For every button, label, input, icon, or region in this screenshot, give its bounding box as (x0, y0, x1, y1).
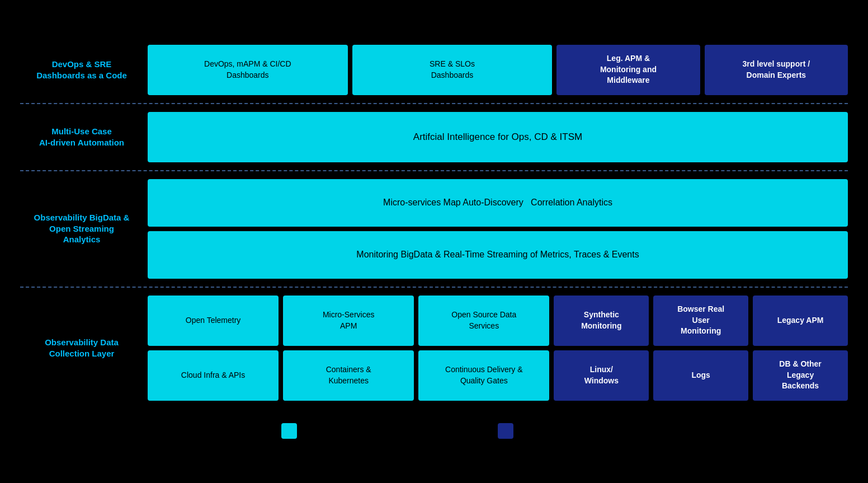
legend-dark-box (498, 423, 513, 439)
sre-slos-cell: SRE & SLOsDashboards (352, 45, 553, 95)
observability-data-row: Observability DataCollection Layer Open … (20, 290, 848, 406)
multi-use-row-content: Artifcial Intelligence for Ops, CD & ITS… (143, 106, 848, 168)
legend-dark-item: Legacy IT Monitoring (498, 423, 587, 439)
browser-rum-cell: Bowser RealUserMonitoring (653, 296, 748, 346)
legend-dark-label: Legacy IT Monitoring (519, 426, 587, 435)
devops-row-content: DevOps, mAPM & CI/CDDashboards SRE & SLO… (143, 39, 848, 101)
third-level-cell: 3rd level support /Domain Experts (705, 45, 848, 95)
cloud-infra-cell: Cloud Infra & APIs (148, 350, 279, 401)
legend-cyan-item: Digital Highway Self-Service Monitoring … (281, 423, 464, 439)
divider-2 (20, 170, 848, 171)
microservices-map-cell: Micro-services Map Auto-Discovery Correl… (148, 179, 848, 227)
data-collection-subrow2: Cloud Infra & APIs Containers &Kubernete… (148, 350, 848, 401)
observability-bigdata-row: Observability BigData &Open StreamingAna… (20, 173, 848, 284)
devops-row: DevOps & SREDashboards as a Code DevOps,… (20, 39, 848, 101)
leg-apm-cell: Leg. APM &Monitoring andMiddleware (556, 45, 700, 95)
legend-cyan-label: Digital Highway Self-Service Monitoring … (303, 426, 464, 435)
legacy-apm-cell: Legacy APM (753, 296, 848, 346)
micro-services-apm-cell: Micro-ServicesAPM (283, 296, 414, 346)
divider-1 (20, 103, 848, 104)
divider-3 (20, 287, 848, 288)
linux-windows-cell: Linux/Windows (554, 350, 649, 401)
containers-k8s-cell: Containers &Kubernetes (283, 350, 414, 401)
observability-bigdata-content: Micro-services Map Auto-Discovery Correl… (143, 173, 848, 284)
legend: Digital Highway Self-Service Monitoring … (20, 418, 848, 444)
logs-cell: Logs (653, 350, 748, 401)
observability-data-content: Open Telemetry Micro-ServicesAPM Open So… (143, 290, 848, 406)
open-telemetry-cell: Open Telemetry (148, 296, 279, 346)
synthetic-monitoring-cell: SyntheticMonitoring (554, 296, 649, 346)
open-source-data-cell: Open Source DataServices (418, 296, 549, 346)
devops-mapm-cell: DevOps, mAPM & CI/CDDashboards (148, 45, 348, 95)
devops-row-label: DevOps & SREDashboards as a Code (20, 39, 143, 101)
observability-data-label: Observability DataCollection Layer (20, 290, 143, 406)
monitoring-bigdata-cell: Monitoring BigData & Real-Time Streaming… (148, 231, 848, 279)
architecture-diagram: DevOps & SREDashboards as a Code DevOps,… (20, 28, 848, 456)
legend-cyan-box (281, 423, 297, 439)
db-backends-cell: DB & OtherLegacyBackends (753, 350, 848, 401)
cd-quality-gates-cell: Continuous Delivery &Quality Gates (418, 350, 549, 401)
ai-ops-cell: Artifcial Intelligence for Ops, CD & ITS… (148, 112, 848, 162)
data-collection-subrow1: Open Telemetry Micro-ServicesAPM Open So… (148, 296, 848, 346)
observability-bigdata-label: Observability BigData &Open StreamingAna… (20, 173, 143, 284)
multi-use-row: Multi-Use CaseAI-driven Automation Artif… (20, 106, 848, 168)
multi-use-row-label: Multi-Use CaseAI-driven Automation (20, 106, 143, 168)
